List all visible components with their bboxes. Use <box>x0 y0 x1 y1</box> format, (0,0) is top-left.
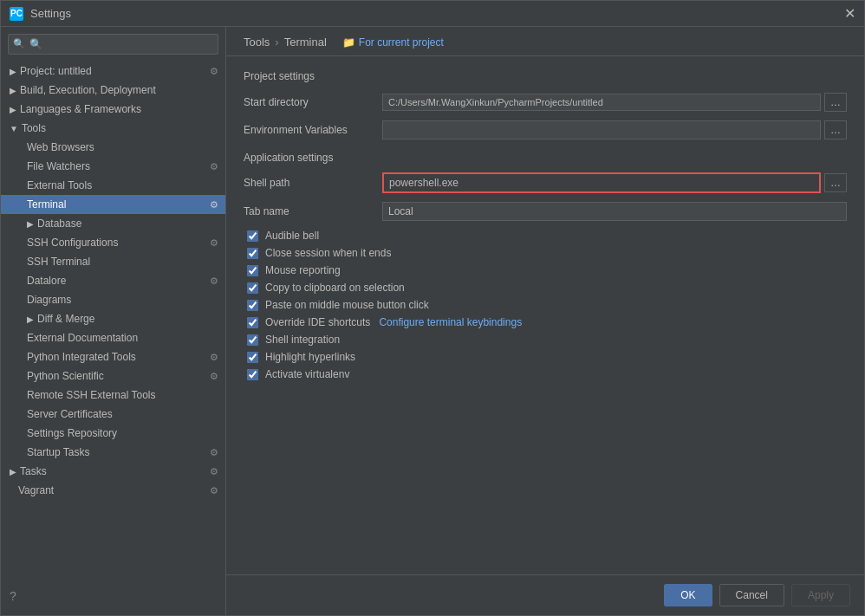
start-directory-label: Start directory <box>244 96 382 108</box>
sidebar-item-datalore[interactable]: Datalore ⚙ <box>1 271 225 290</box>
search-box: 🔍 <box>8 34 218 55</box>
apply-button[interactable]: Apply <box>791 584 850 606</box>
environment-variables-browse-button[interactable]: … <box>824 120 847 139</box>
sidebar-item-languages-frameworks[interactable]: ▶ Languages & Frameworks <box>1 100 225 119</box>
application-settings-section: Application settings <box>244 152 847 164</box>
help-icon[interactable]: ? <box>10 589 16 603</box>
checkbox-highlight-hyperlinks: Highlight hyperlinks <box>244 351 847 363</box>
sidebar-item-tasks[interactable]: ▶ Tasks ⚙ <box>1 462 225 481</box>
sidebar-item-vagrant[interactable]: Vagrant ⚙ <box>1 481 225 500</box>
paste-middle-checkbox[interactable] <box>247 300 258 311</box>
override-shortcuts-checkbox[interactable] <box>247 317 258 328</box>
activate-virtualenv-checkbox[interactable] <box>247 369 258 380</box>
settings-icon: ⚙ <box>210 447 218 458</box>
settings-icon: ⚙ <box>210 371 218 382</box>
application-settings-title: Application settings <box>244 152 847 164</box>
sidebar-item-ssh-terminal[interactable]: SSH Terminal <box>1 252 225 271</box>
checkbox-override-shortcuts: Override IDE shortcuts Configure termina… <box>244 316 847 328</box>
app-icon: PC <box>10 7 23 21</box>
audible-bell-checkbox[interactable] <box>247 230 258 242</box>
sidebar-item-remote-ssh-external-tools[interactable]: Remote SSH External Tools <box>1 386 225 405</box>
sidebar-item-label: SSH Configurations <box>27 237 118 249</box>
sidebar-item-label: Vagrant <box>18 484 210 496</box>
search-icon: 🔍 <box>13 38 25 49</box>
sidebar-item-terminal[interactable]: Terminal ⚙ <box>1 195 225 214</box>
sidebar-item-database[interactable]: ▶ Database <box>1 214 225 233</box>
close-session-checkbox[interactable] <box>247 248 258 259</box>
shell-integration-checkbox[interactable] <box>247 334 258 346</box>
sidebar-item-settings-repository[interactable]: Settings Repository <box>1 424 225 443</box>
dialog-footer: OK Cancel Apply <box>226 574 864 615</box>
sidebar-item-label: Python Integrated Tools <box>27 351 136 363</box>
project-settings-title: Project settings <box>244 70 847 82</box>
close-button[interactable]: ✕ <box>844 5 855 22</box>
start-directory-input[interactable] <box>382 94 821 111</box>
sidebar-item-external-tools[interactable]: External Tools <box>1 176 225 195</box>
expand-arrow: ▶ <box>27 314 34 324</box>
sidebar-item-build-execution[interactable]: ▶ Build, Execution, Deployment <box>1 81 225 100</box>
checkbox-audible-bell: Audible bell <box>244 230 847 242</box>
ok-button[interactable]: OK <box>664 584 712 606</box>
settings-icon: ⚙ <box>210 161 218 172</box>
sidebar-footer: ? <box>1 589 225 615</box>
checkbox-close-session: Close session when it ends <box>244 247 847 259</box>
current-project-link[interactable]: 📁 For current project <box>342 36 444 49</box>
sidebar-item-file-watchers[interactable]: File Watchers ⚙ <box>1 157 225 176</box>
sidebar-item-label: Server Certificates <box>27 408 113 420</box>
sidebar-item-label: Database <box>37 217 81 230</box>
sidebar-item-diagrams[interactable]: Diagrams <box>1 290 225 309</box>
shell-path-browse-button[interactable]: … <box>824 173 847 192</box>
sidebar-item-diff-merge[interactable]: ▶ Diff & Merge <box>1 309 225 328</box>
tab-name-row: Tab name <box>244 202 847 221</box>
expand-arrow: ▼ <box>10 124 18 133</box>
copy-clipboard-checkbox[interactable] <box>247 282 258 294</box>
settings-icon: ⚙ <box>210 66 218 77</box>
override-shortcuts-label: Override IDE shortcuts <box>265 316 370 328</box>
environment-variables-input[interactable] <box>382 120 821 139</box>
shell-path-input-wrap: … <box>382 172 847 193</box>
sidebar-item-python-scientific[interactable]: Python Scientific ⚙ <box>1 366 225 386</box>
sidebar-item-label: Startup Tasks <box>27 446 89 458</box>
sidebar-item-server-certificates[interactable]: Server Certificates <box>1 405 225 424</box>
sidebar-item-tools[interactable]: ▼ Tools <box>1 119 225 138</box>
settings-form: Project settings Start directory … Envir… <box>226 56 864 574</box>
highlight-hyperlinks-checkbox[interactable] <box>247 352 258 363</box>
close-session-label: Close session when it ends <box>265 247 391 259</box>
tab-name-input[interactable] <box>382 202 847 221</box>
expand-arrow: ▶ <box>10 105 16 114</box>
start-directory-browse-button[interactable]: … <box>824 93 847 112</box>
highlight-hyperlinks-label: Highlight hyperlinks <box>265 351 355 363</box>
settings-panel: Tools › Terminal 📁 For current project P… <box>226 27 864 615</box>
configure-keybindings-link[interactable]: Configure terminal keybindings <box>379 316 522 328</box>
badge-wrap: ⚙ <box>210 161 218 172</box>
badge-wrap: ⚙ <box>210 485 218 496</box>
environment-variables-input-wrap: … <box>382 120 847 139</box>
breadcrumb: Tools › Terminal 📁 For current project <box>226 27 864 56</box>
cancel-button[interactable]: Cancel <box>719 584 784 606</box>
breadcrumb-current: Terminal <box>284 36 327 49</box>
sidebar-item-label: Remote SSH External Tools <box>27 389 156 401</box>
sidebar-item-project-untitled[interactable]: ▶ Project: untitled ⚙ <box>1 62 225 81</box>
sidebar-item-startup-tasks[interactable]: Startup Tasks ⚙ <box>1 443 225 462</box>
mouse-reporting-label: Mouse reporting <box>265 264 341 276</box>
window-title: Settings <box>30 7 844 20</box>
settings-icon: ⚙ <box>210 466 218 477</box>
badge-wrap: ⚙ <box>210 466 218 477</box>
shell-path-input[interactable] <box>382 172 821 193</box>
badge-wrap: ⚙ <box>210 66 218 77</box>
sidebar-item-python-integrated-tools[interactable]: Python Integrated Tools ⚙ <box>1 347 225 366</box>
environment-variables-row: Environment Variables … <box>244 120 847 139</box>
settings-icon: ⚙ <box>210 485 218 496</box>
sidebar-item-label: External Tools <box>27 179 92 191</box>
settings-icon: ⚙ <box>210 237 218 249</box>
mouse-reporting-checkbox[interactable] <box>247 265 258 276</box>
checkbox-shell-integration: Shell integration <box>244 334 847 346</box>
sidebar-item-ssh-configurations[interactable]: SSH Configurations ⚙ <box>1 233 225 252</box>
sidebar-item-label: Tools <box>22 122 46 134</box>
tab-name-label: Tab name <box>244 205 382 217</box>
badge-wrap: ⚙ <box>210 276 218 287</box>
titlebar: PC Settings ✕ <box>1 1 864 27</box>
sidebar-item-external-documentation[interactable]: External Documentation <box>1 328 225 347</box>
sidebar-item-web-browsers[interactable]: Web Browsers <box>1 138 225 157</box>
search-input[interactable] <box>8 34 218 55</box>
